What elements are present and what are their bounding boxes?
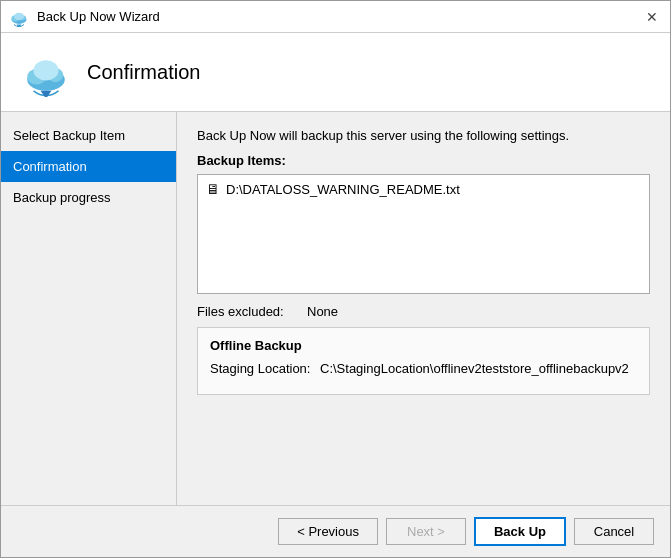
files-excluded-label: Files excluded:	[197, 304, 307, 319]
header-section: Confirmation	[1, 33, 670, 112]
description-text: Back Up Now will backup this server usin…	[197, 128, 650, 143]
next-button[interactable]: Next >	[386, 518, 466, 545]
files-excluded-value: None	[307, 304, 338, 319]
title-bar-left: Back Up Now Wizard	[9, 7, 160, 27]
svg-point-7	[34, 60, 59, 80]
content-area: Select Backup Item Confirmation Backup p…	[1, 112, 670, 505]
sidebar: Select Backup Item Confirmation Backup p…	[1, 112, 177, 505]
previous-button[interactable]: < Previous	[278, 518, 378, 545]
cancel-button[interactable]: Cancel	[574, 518, 654, 545]
sidebar-item-backup-progress[interactable]: Backup progress	[1, 182, 176, 213]
files-excluded-row: Files excluded: None	[197, 304, 650, 319]
wizard-window: Back Up Now Wizard ✕ Confirmation Select…	[0, 0, 671, 558]
sidebar-item-confirmation[interactable]: Confirmation	[1, 151, 176, 182]
offline-backup-title: Offline Backup	[210, 338, 637, 353]
info-section: Files excluded: None	[197, 304, 650, 319]
staging-location-value: C:\StagingLocation\offlinev2teststore_of…	[320, 361, 629, 376]
backup-items-label: Backup Items:	[197, 153, 650, 168]
list-item: 🖥 D:\DATALOSS_WARNING_README.txt	[206, 181, 641, 197]
staging-location-label: Staging Location:	[210, 361, 320, 376]
title-bar: Back Up Now Wizard ✕	[1, 1, 670, 33]
header-cloud-icon	[21, 47, 71, 97]
sidebar-item-select-backup-item[interactable]: Select Backup Item	[1, 120, 176, 151]
window-title: Back Up Now Wizard	[37, 9, 160, 24]
backup-list-box: 🖥 D:\DATALOSS_WARNING_README.txt	[197, 174, 650, 294]
backup-button[interactable]: Back Up	[474, 517, 566, 546]
page-title: Confirmation	[87, 61, 200, 84]
file-icon: 🖥	[206, 181, 220, 197]
staging-location-row: Staging Location: C:\StagingLocation\off…	[210, 361, 637, 376]
close-button[interactable]: ✕	[642, 7, 662, 27]
svg-point-3	[14, 12, 24, 20]
offline-backup-box: Offline Backup Staging Location: C:\Stag…	[197, 327, 650, 395]
main-content: Back Up Now will backup this server usin…	[177, 112, 670, 505]
backup-item-path: D:\DATALOSS_WARNING_README.txt	[226, 182, 460, 197]
app-icon	[9, 7, 29, 27]
footer: < Previous Next > Back Up Cancel	[1, 505, 670, 557]
